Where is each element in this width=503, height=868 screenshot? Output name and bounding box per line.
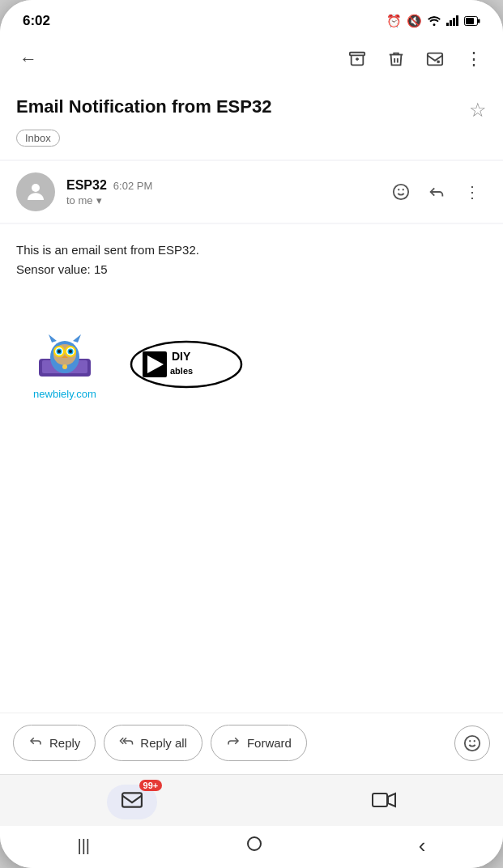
to-chevron-icon: ▾ bbox=[96, 194, 102, 206]
svg-rect-35 bbox=[122, 793, 142, 806]
star-button[interactable]: ☆ bbox=[469, 96, 487, 121]
svg-rect-6 bbox=[478, 19, 480, 23]
svg-marker-16 bbox=[49, 334, 57, 343]
email-subject: Email Notification from ESP32 bbox=[16, 96, 459, 119]
email-toolbar: ← ⋮ bbox=[0, 36, 503, 83]
phone-frame: 6:02 ⏰ 🔇 bbox=[0, 0, 503, 868]
svg-rect-5 bbox=[466, 18, 474, 24]
svg-rect-2 bbox=[453, 18, 455, 26]
sender-actions: ⋮ bbox=[386, 177, 487, 206]
more-options-button[interactable]: ⋮ bbox=[458, 43, 490, 75]
alarm-icon: ⏰ bbox=[386, 14, 402, 28]
mail-nav-item[interactable]: 99+ bbox=[107, 785, 157, 819]
mail-nav-icon bbox=[121, 789, 143, 814]
svg-point-10 bbox=[394, 185, 408, 199]
svg-point-23 bbox=[58, 350, 61, 353]
system-nav: ||| ‹ bbox=[0, 826, 503, 868]
svg-rect-36 bbox=[373, 794, 387, 806]
svg-point-32 bbox=[465, 735, 480, 750]
svg-point-24 bbox=[69, 350, 72, 353]
svg-rect-1 bbox=[450, 20, 452, 26]
reply-button[interactable]: Reply bbox=[13, 725, 96, 761]
email-content-area: Email Notification from ESP32 ☆ Inbox ES… bbox=[0, 83, 503, 713]
svg-rect-7 bbox=[350, 53, 364, 56]
status-time: 6:02 bbox=[23, 13, 50, 29]
video-nav-item[interactable] bbox=[372, 790, 396, 815]
diyables-logo: DIY ables bbox=[130, 340, 243, 389]
status-icons: ⏰ 🔇 bbox=[386, 14, 480, 28]
mute-icon: 🔇 bbox=[407, 14, 422, 28]
home-nav-icon[interactable] bbox=[245, 834, 264, 857]
svg-point-9 bbox=[32, 184, 40, 192]
bottom-nav: 99+ bbox=[0, 774, 503, 826]
email-header: Email Notification from ESP32 ☆ Inbox bbox=[0, 83, 503, 160]
sender-time: 6:02 PM bbox=[113, 180, 152, 192]
video-nav-icon bbox=[372, 790, 396, 815]
sender-to-label: to me bbox=[66, 194, 93, 206]
status-bar: 6:02 ⏰ 🔇 bbox=[0, 0, 503, 36]
logo-area: newbiely.com DIY ables bbox=[16, 312, 487, 416]
sender-avatar bbox=[16, 172, 55, 211]
email-action-buttons: Reply Reply all Forward bbox=[0, 713, 503, 774]
sender-name: ESP32 bbox=[66, 178, 107, 193]
email-more-button[interactable]: ⋮ bbox=[458, 177, 487, 206]
forward-label: Forward bbox=[247, 736, 292, 750]
svg-marker-17 bbox=[73, 334, 81, 343]
back-nav-icon[interactable]: ‹ bbox=[419, 833, 426, 858]
svg-text:ables: ables bbox=[170, 366, 193, 376]
reply-quick-button[interactable] bbox=[422, 177, 451, 206]
mail-badge: 99+ bbox=[139, 780, 163, 791]
emoji-action-button[interactable] bbox=[454, 725, 490, 761]
sender-row: ESP32 6:02 PM to me ▾ bbox=[0, 161, 503, 223]
archive-button[interactable] bbox=[341, 43, 373, 75]
svg-text:DIY: DIY bbox=[172, 350, 191, 363]
reply-all-icon bbox=[119, 734, 134, 752]
svg-rect-38 bbox=[248, 837, 261, 850]
reply-label: Reply bbox=[49, 736, 80, 750]
battery-icon bbox=[464, 15, 480, 28]
newbiely-text: newbiely.com bbox=[33, 388, 96, 400]
signal-icon bbox=[446, 15, 459, 28]
sender-info: ESP32 6:02 PM to me ▾ bbox=[66, 178, 375, 206]
email-body-text: This is an email sent from ESP32.Sensor … bbox=[16, 240, 487, 279]
svg-rect-0 bbox=[446, 23, 449, 26]
emoji-reaction-button[interactable] bbox=[386, 177, 416, 206]
email-subject-row: Email Notification from ESP32 ☆ bbox=[16, 96, 487, 121]
svg-rect-8 bbox=[428, 53, 442, 66]
menu-nav-icon[interactable]: ||| bbox=[77, 836, 90, 855]
svg-point-26 bbox=[62, 364, 67, 369]
delete-button[interactable] bbox=[380, 43, 412, 75]
wifi-icon bbox=[427, 15, 441, 28]
sender-to-row[interactable]: to me ▾ bbox=[66, 194, 375, 206]
back-button[interactable]: ← bbox=[13, 42, 44, 76]
svg-marker-37 bbox=[388, 794, 395, 806]
reply-all-label: Reply all bbox=[140, 736, 187, 750]
mail-nav-bg: 99+ bbox=[107, 785, 157, 819]
newbiely-logo: newbiely.com bbox=[32, 328, 97, 400]
svg-rect-3 bbox=[456, 15, 458, 26]
sender-name-row: ESP32 6:02 PM bbox=[66, 178, 375, 193]
mark-read-button[interactable] bbox=[419, 43, 451, 75]
reply-icon bbox=[28, 734, 43, 752]
inbox-badge: Inbox bbox=[16, 130, 60, 147]
forward-icon bbox=[226, 734, 241, 752]
email-body: This is an email sent from ESP32.Sensor … bbox=[0, 224, 503, 713]
reply-all-button[interactable]: Reply all bbox=[104, 725, 202, 761]
forward-button[interactable]: Forward bbox=[211, 725, 307, 761]
